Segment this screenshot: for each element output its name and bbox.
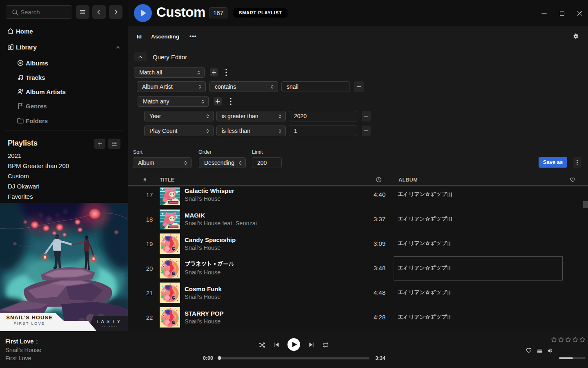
svg-text:TASTY: TASTY: [96, 319, 122, 324]
svg-text:SNAIL’S HOUSE: SNAIL’S HOUSE: [6, 314, 52, 321]
svg-text:FIRST LOVE: FIRST LOVE: [13, 321, 45, 325]
svg-text:BSTAMXI: BSTAMXI: [102, 325, 118, 328]
